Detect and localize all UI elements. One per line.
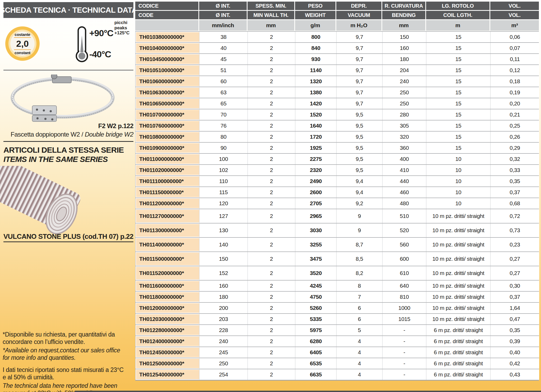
value-cell: 560 bbox=[383, 238, 426, 251]
value-cell: 3475 bbox=[295, 252, 337, 266]
value-cell: 2 bbox=[248, 209, 295, 223]
value-cell: 5 bbox=[337, 325, 383, 335]
value-cell: 0,37 bbox=[491, 187, 539, 198]
value-cell: 65 bbox=[199, 98, 248, 109]
code-cell: TH012280000000* bbox=[136, 325, 199, 335]
divider bbox=[3, 141, 133, 142]
value-cell: 10 m pz. dritti/ straight bbox=[426, 303, 491, 313]
value-cell: 0,29 bbox=[491, 143, 539, 153]
value-cell: 10 bbox=[426, 176, 491, 186]
table-units-row: mm/inchmmg/mm H₂Ommmm³ bbox=[135, 20, 539, 31]
value-cell: 9,7 bbox=[337, 32, 383, 42]
clamp-caption: Fascetta doppioponte W2 / Double bridge … bbox=[3, 131, 133, 138]
value-cell: 8 bbox=[337, 281, 383, 291]
table-row: TH010630000000*63213809,7250150,19 bbox=[136, 87, 539, 98]
value-cell: 130 bbox=[199, 223, 248, 237]
value-cell: 9,7 bbox=[337, 65, 383, 76]
value-cell: 15 bbox=[426, 120, 491, 131]
value-cell: 15 bbox=[426, 76, 491, 87]
value-cell: 15 bbox=[426, 143, 491, 153]
value-cell: 9,7 bbox=[337, 87, 383, 98]
value-cell: 40 bbox=[199, 43, 248, 53]
value-cell: 9,2 bbox=[337, 198, 383, 209]
value-cell: 160 bbox=[199, 281, 248, 291]
value-cell: 115 bbox=[199, 187, 248, 198]
value-cell: 10 bbox=[426, 187, 491, 198]
value-cell: 10 m pz. dritti/ straight bbox=[426, 281, 491, 291]
value-cell: 0,39 bbox=[491, 336, 539, 347]
value-cell: 0,30 bbox=[491, 281, 539, 291]
clamp-caption-separator: / bbox=[80, 131, 85, 138]
value-cell: 9,7 bbox=[337, 54, 383, 64]
value-cell: 15 bbox=[426, 65, 491, 76]
badge-label-it: costante bbox=[15, 32, 30, 36]
value-cell: 15 bbox=[426, 32, 491, 42]
unit-cell: m H₂O bbox=[336, 20, 381, 31]
value-cell: 254 bbox=[199, 369, 248, 380]
value-cell: 5975 bbox=[295, 325, 337, 335]
value-cell: 810 bbox=[383, 292, 426, 302]
code-cell: TH012450000000* bbox=[136, 347, 199, 358]
value-cell: 9,7 bbox=[337, 76, 383, 87]
code-cell: TH010400000000* bbox=[136, 43, 199, 53]
value-cell: 9,7 bbox=[337, 98, 383, 109]
value-cell: 2600 bbox=[295, 187, 337, 198]
value-cell: 0,23 bbox=[491, 238, 539, 251]
badge-core: costante 2,0 constant bbox=[10, 31, 35, 56]
code-cell: TH011100000000* bbox=[136, 176, 199, 186]
value-cell: 6 m pz. dritti/ straight bbox=[426, 358, 491, 369]
table-row: TH012540000000*254266354-6 m pz. dritti/… bbox=[136, 369, 539, 380]
code-cell: TH012400000000* bbox=[136, 336, 199, 347]
header-cell: MIN WALL TH. bbox=[248, 11, 294, 19]
code-cell: TH011020000000* bbox=[136, 165, 199, 175]
header-cell: LG. ROTOLO bbox=[426, 2, 489, 10]
value-cell: - bbox=[383, 358, 426, 369]
value-cell: 2 bbox=[248, 369, 295, 380]
table-row: TH012450000000*245264054-6 m pz. dritti/… bbox=[136, 347, 539, 358]
table-row: TH010600000000*60213209,7240150,18 bbox=[136, 76, 539, 87]
value-cell: 15 bbox=[426, 109, 491, 120]
value-cell: 80 bbox=[199, 132, 248, 142]
header-cell: SPESS. MIN. bbox=[248, 2, 294, 10]
value-cell: 60 bbox=[199, 76, 248, 87]
value-cell: 6635 bbox=[295, 369, 337, 380]
value-cell: 360 bbox=[383, 143, 426, 153]
value-cell: 2 bbox=[248, 120, 295, 131]
value-cell: 1,64 bbox=[491, 303, 539, 313]
value-cell: 250 bbox=[383, 87, 426, 98]
table-row: TH010510000000*51211409,7204150,12 bbox=[136, 65, 539, 76]
value-cell: 9 bbox=[337, 223, 383, 237]
table-row: TH010450000000*4529309,7180150,11 bbox=[136, 54, 539, 65]
table-row: TH010700000000*70215209,5280150,21 bbox=[136, 109, 539, 120]
table-row: TH010760000000*76216409,5305150,25 bbox=[136, 120, 539, 132]
value-cell: 140 bbox=[199, 238, 248, 251]
value-cell: 8,7 bbox=[337, 238, 383, 251]
value-cell: - bbox=[383, 369, 426, 380]
value-cell: 150 bbox=[199, 252, 248, 266]
value-cell: 410 bbox=[383, 165, 426, 175]
value-cell: 240 bbox=[199, 336, 248, 347]
value-cell: 440 bbox=[383, 176, 426, 186]
value-cell: 240 bbox=[383, 76, 426, 87]
value-cell: 0,72 bbox=[491, 209, 539, 223]
value-cell: 38 bbox=[199, 32, 248, 42]
table-row: TH012400000000*240262804-6 m pz. dritti/… bbox=[136, 336, 539, 347]
technical-data-sheet-page: SCHEDA TECNICA · TECHNICAL DATA costante… bbox=[0, 0, 541, 392]
value-cell: 480 bbox=[383, 198, 426, 209]
code-cell: TH011500000000* bbox=[136, 252, 199, 266]
table-row: TH011100000000*110224909,4440100,35 bbox=[136, 176, 539, 187]
table-row: TH011150000000*115226009,4460100,37 bbox=[136, 187, 539, 198]
header-cell: Ø INT. bbox=[199, 2, 247, 10]
unit-cell: mm/inch bbox=[199, 20, 247, 31]
badge-inner-ring: costante 2,0 constant bbox=[8, 30, 36, 58]
temperature-peaks-label: picchi peaks +125°C bbox=[114, 20, 129, 36]
value-cell: 2 bbox=[248, 54, 295, 64]
value-cell: 1140 bbox=[295, 65, 337, 76]
divider bbox=[3, 70, 133, 71]
header-cell: VOL. bbox=[490, 11, 539, 19]
value-cell: 9,7 bbox=[337, 43, 383, 53]
value-cell: 51 bbox=[199, 65, 248, 76]
value-cell: 520 bbox=[383, 223, 426, 237]
value-cell: 2 bbox=[248, 314, 295, 324]
header-cell: BENDING bbox=[382, 11, 425, 19]
